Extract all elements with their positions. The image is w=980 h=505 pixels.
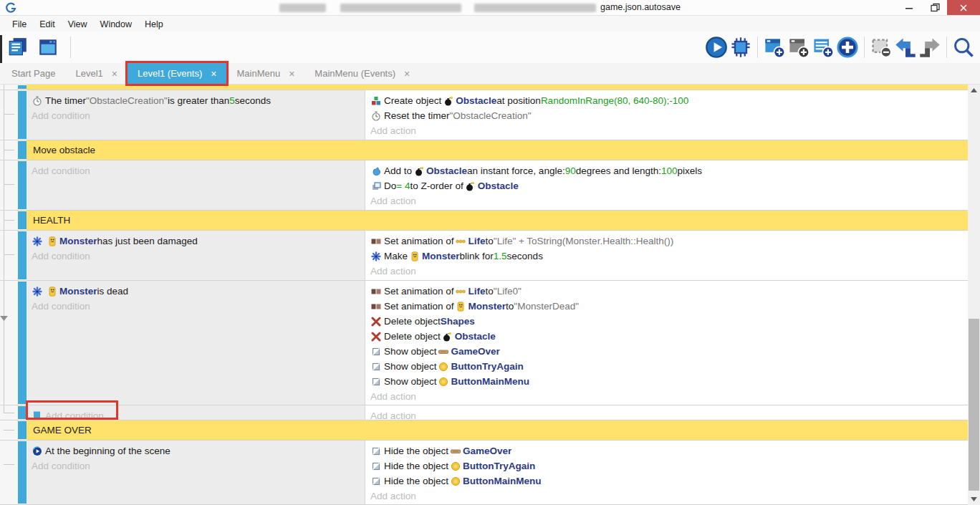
scroll-up-arrow[interactable] — [968, 85, 980, 96]
add-condition-button[interactable]: Add condition — [27, 458, 365, 473]
text-segment: to Z-order of — [410, 181, 463, 191]
event-selection-bar[interactable] — [18, 91, 27, 139]
add-condition-button[interactable]: Add condition — [27, 249, 365, 264]
minimize-button[interactable] — [897, 0, 921, 15]
text-segment: Do — [384, 181, 396, 191]
text-segment: Add condition — [32, 165, 90, 176]
add-action-button[interactable]: Add action — [365, 193, 968, 208]
action-line[interactable]: Hide the object ButtonMainMenu — [365, 473, 968, 489]
tab-close-icon[interactable]: × — [289, 68, 294, 80]
event-selection-bar[interactable] — [18, 141, 27, 159]
actions-cell[interactable]: Create object Obstacle at position Rando… — [365, 90, 968, 140]
button-icon — [450, 461, 461, 471]
debug-button[interactable] — [729, 35, 753, 59]
tab-start-page[interactable]: Start Page — [1, 63, 65, 84]
scene-editor-button[interactable] — [36, 35, 60, 59]
actions-cell[interactable]: Hide the object GameOverHide the object … — [365, 441, 968, 504]
maximize-button[interactable] — [923, 0, 947, 15]
add-action-button[interactable]: Add action — [365, 123, 968, 138]
close-button[interactable] — [947, 0, 980, 15]
add-condition-button[interactable]: Add condition — [27, 108, 365, 123]
tab-level1[interactable]: Level1× — [65, 63, 128, 84]
action-line[interactable]: Reset the timer "ObstacleCreation" — [365, 108, 968, 123]
vertical-scrollbar[interactable] — [968, 85, 980, 505]
tab-close-icon[interactable]: × — [404, 68, 410, 80]
conditions-cell[interactable]: Monster has just been damagedAdd conditi… — [27, 231, 365, 280]
action-line[interactable]: Create object Obstacle at position Rando… — [365, 93, 968, 108]
action-line[interactable]: Make Monster blink for 1.5 seconds — [365, 249, 968, 264]
event-selection-bar[interactable] — [18, 85, 27, 89]
action-line[interactable]: Hide the object ButtonTryAgain — [365, 458, 968, 473]
comment-cell[interactable] — [27, 85, 968, 90]
text-segment: Make — [384, 251, 408, 261]
event-selection-bar[interactable] — [18, 161, 27, 209]
actions-cell[interactable]: Set animation of Life to "Life0"Set anim… — [365, 281, 968, 405]
event-selection-bar[interactable] — [18, 282, 27, 404]
scroll-down-arrow[interactable] — [968, 494, 980, 505]
menu-item-help[interactable]: Help — [138, 19, 170, 29]
action-line[interactable]: Hide the object GameOver — [365, 443, 968, 458]
condition-line[interactable]: The timer "ObstacleCreation" is greater … — [27, 93, 365, 108]
fold-arrow-icon[interactable] — [0, 311, 8, 324]
toggle-disabled-button[interactable] — [869, 35, 893, 59]
add-action-button[interactable]: Add action — [365, 408, 968, 420]
add-event-button[interactable] — [762, 35, 787, 59]
tab-mainmenu[interactable]: MainMenu× — [226, 63, 304, 84]
conditions-cell[interactable]: Add condition — [27, 160, 365, 210]
action-line[interactable]: Do = 4 to Z-order of Obstacle — [365, 178, 968, 193]
add-condition-button[interactable]: Add condition — [27, 163, 365, 178]
preview-play-button[interactable] — [704, 35, 729, 59]
action-line[interactable]: Set animation of Life to "Life0" — [365, 284, 968, 299]
monster-icon — [47, 286, 57, 297]
tab-level1-events-[interactable]: Level1 (Events)× — [128, 63, 227, 84]
condition-line[interactable]: Monster is dead — [27, 284, 365, 299]
text-segment: an instant force, angle: — [467, 165, 565, 176]
add-comment-button[interactable] — [811, 35, 835, 59]
tab-close-icon[interactable]: × — [112, 68, 117, 80]
action-line[interactable]: Show object ButtonMainMenu — [365, 374, 968, 389]
action-line[interactable]: Set animation of Life to "Life" + ToStri… — [365, 234, 968, 249]
comment-cell[interactable]: GAME OVER — [27, 420, 968, 440]
menu-item-window[interactable]: Window — [94, 19, 138, 29]
add-action-button[interactable]: Add action — [365, 489, 968, 504]
action-line[interactable]: Show object ButtonTryAgain — [365, 359, 968, 374]
redo-button[interactable] — [918, 35, 942, 59]
event-body — [27, 85, 968, 90]
conditions-cell[interactable]: The timer "ObstacleCreation" is greater … — [27, 90, 365, 140]
actions-cell[interactable]: Add to Obstacle an instant force, angle:… — [365, 160, 968, 210]
tab-mainmenu-events-[interactable]: MainMenu (Events)× — [304, 63, 420, 84]
menu-item-view[interactable]: View — [62, 19, 94, 29]
comment-cell[interactable]: Move obstacle — [27, 140, 968, 160]
event-selection-bar[interactable] — [18, 421, 27, 439]
action-line[interactable]: Add to Obstacle an instant force, angle:… — [365, 163, 968, 178]
event-selection-bar[interactable] — [18, 211, 27, 229]
conditions-cell[interactable]: Monster is deadAdd condition — [27, 281, 365, 405]
event-gutter — [0, 140, 18, 160]
actions-cell[interactable]: Add action — [365, 405, 968, 420]
project-manager-button[interactable] — [6, 35, 30, 59]
add-subevent-button[interactable] — [787, 35, 811, 59]
undo-button[interactable] — [893, 35, 918, 59]
scrollbar-thumb[interactable] — [969, 319, 979, 491]
menu-item-edit[interactable]: Edit — [33, 19, 62, 29]
event-selection-bar[interactable] — [18, 231, 27, 279]
event-selection-bar[interactable] — [18, 441, 27, 504]
action-line[interactable]: Delete object Obstacle — [365, 329, 968, 344]
action-line[interactable]: Delete object Shapes — [365, 314, 968, 329]
menu-item-file[interactable]: File — [6, 19, 33, 29]
comment-cell[interactable]: HEALTH — [27, 211, 968, 230]
title-redacted-block — [279, 4, 326, 12]
search-button[interactable] — [951, 35, 976, 59]
conditions-cell[interactable]: At the beginning of the sceneAdd conditi… — [27, 441, 365, 504]
actions-cell[interactable]: Set animation of Life to "Life" + ToStri… — [365, 231, 968, 280]
action-line[interactable]: Set animation of Monster to "MonsterDead… — [365, 299, 968, 314]
tab-close-icon[interactable]: × — [211, 68, 216, 80]
add-action-button[interactable]: Add action — [365, 264, 968, 279]
toolbar-separator — [70, 37, 71, 58]
add-action-button[interactable]: Add action — [365, 389, 968, 404]
add-condition-button[interactable]: Add condition — [27, 299, 365, 314]
action-line[interactable]: Show object GameOver — [365, 344, 968, 359]
condition-line[interactable]: Monster has just been damaged — [27, 234, 365, 249]
add-more-button[interactable] — [835, 35, 860, 59]
condition-line[interactable]: At the beginning of the scene — [27, 443, 365, 458]
